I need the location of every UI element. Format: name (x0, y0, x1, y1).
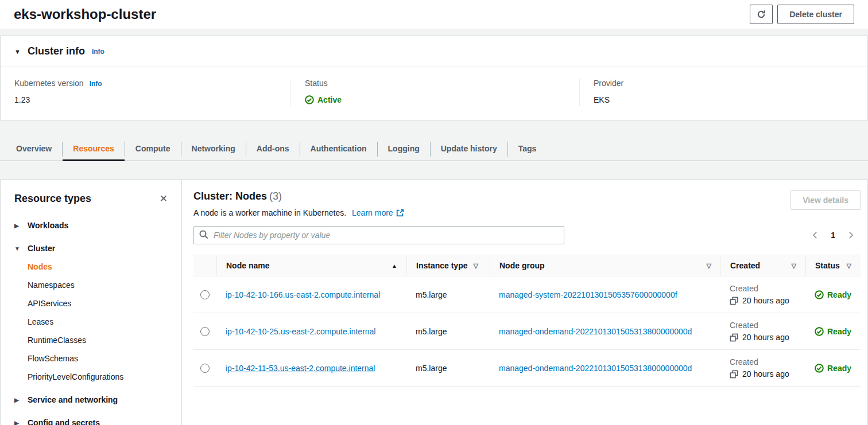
tab-authentication[interactable]: Authentication (300, 138, 377, 161)
tab-compute[interactable]: Compute (125, 138, 181, 161)
tab-networking[interactable]: Networking (181, 138, 246, 161)
copy-icon[interactable] (730, 297, 738, 305)
cluster-group-children: Nodes Namespaces APIServices Leases Runt… (28, 262, 168, 381)
nodes-title: Cluster: Nodes (193, 190, 267, 202)
learn-more-link[interactable]: Learn more (352, 208, 404, 217)
tree-item-leases[interactable]: Leases (28, 317, 168, 326)
nodes-table: Node name ▲ Instance type ▽ Node group ▽… (193, 255, 861, 387)
tab-logging[interactable]: Logging (378, 138, 430, 161)
sort-icon[interactable]: ▽ (707, 262, 711, 270)
node-group-link[interactable]: managed-ondemand-20221013015053138000000… (499, 364, 692, 373)
nodes-count: (3) (269, 190, 282, 202)
cluster-tabs: Overview Resources Compute Networking Ad… (0, 138, 868, 161)
resource-types-tree: ▶ Workloads ▼ Cluster Nodes Namespaces A… (14, 221, 168, 425)
tree-item-namespaces[interactable]: Namespaces (28, 280, 168, 290)
tree-item-nodes[interactable]: Nodes (28, 262, 168, 271)
provider-label: Provider (594, 79, 623, 88)
tree-item-apiservices[interactable]: APIServices (28, 299, 168, 308)
tab-overview[interactable]: Overview (6, 138, 62, 161)
tree-group-label: Config and secrets (28, 418, 100, 425)
tree-item-flowschemas[interactable]: FlowSchemas (28, 354, 168, 363)
tree-item-runtimeclasses[interactable]: RuntimeClasses (28, 336, 168, 345)
next-page-icon[interactable] (847, 231, 855, 239)
page-header: eks-workshop-cluster Delete cluster (0, 0, 868, 29)
created-value: 20 hours ago (742, 333, 789, 342)
delete-cluster-button[interactable]: Delete cluster (777, 5, 854, 24)
provider-value: EKS (594, 95, 854, 104)
kubernetes-version-value: 1.23 (14, 95, 277, 104)
column-header-created[interactable]: Created ▽ (720, 255, 805, 276)
row-radio-button[interactable] (200, 290, 210, 299)
select-all-column-header (193, 255, 216, 276)
created-label: Created (730, 284, 758, 293)
learn-more-label: Learn more (352, 208, 393, 217)
resource-types-sidebar: Resource types ✕ ▶ Workloads ▼ Cluster N… (1, 180, 182, 425)
status-field: Status Active (290, 79, 579, 106)
sort-ascending-icon[interactable]: ▲ (392, 263, 397, 269)
node-name-link[interactable]: ip-10-42-10-166.us-east-2.compute.intern… (226, 290, 380, 299)
check-circle-icon (815, 364, 824, 373)
chevron-right-icon: ▶ (14, 397, 20, 403)
created-label: Created (730, 321, 758, 330)
status-value: Active (317, 95, 342, 104)
sort-icon[interactable]: ▽ (473, 262, 478, 270)
close-icon[interactable]: ✕ (160, 194, 168, 204)
copy-icon[interactable] (730, 333, 738, 342)
tree-group-label: Cluster (28, 244, 55, 253)
tree-group-label: Service and networking (28, 395, 118, 404)
kubernetes-version-field: Kubernetes version Info 1.23 (1, 79, 290, 106)
sort-icon[interactable]: ▽ (792, 262, 796, 270)
tab-update-history[interactable]: Update history (431, 138, 507, 161)
copy-icon[interactable] (730, 370, 738, 379)
sort-icon[interactable]: ▽ (847, 262, 851, 270)
tree-group-config-and-secrets[interactable]: ▶ Config and secrets (14, 418, 168, 425)
status-value: Ready (827, 327, 851, 336)
node-group-link[interactable]: managed-ondemand-20221013015053138000000… (499, 327, 692, 336)
filter-nodes-input[interactable] (193, 226, 564, 244)
status-badge: Ready (815, 364, 851, 373)
column-label: Instance type (416, 261, 467, 270)
current-page-number[interactable]: 1 (831, 231, 835, 240)
check-circle-icon (305, 95, 314, 104)
column-label: Created (730, 261, 760, 270)
table-header-row: Node name ▲ Instance type ▽ Node group ▽… (193, 255, 861, 276)
tab-tags[interactable]: Tags (508, 138, 547, 161)
status-value: Ready (827, 364, 851, 373)
column-header-instance-type[interactable]: Instance type ▽ (406, 255, 490, 276)
nodes-description: A node is a worker machine in Kubernetes… (193, 208, 346, 217)
node-name-link[interactable]: ip-10-42-10-25.us-east-2.compute.interna… (226, 327, 375, 336)
cluster-info-header[interactable]: ▼ Cluster info Info (1, 36, 867, 67)
column-header-node-name[interactable]: Node name ▲ (216, 255, 406, 276)
node-group-link[interactable]: managed-system-2022101301505357600000000… (499, 290, 677, 299)
column-label: Node group (499, 261, 545, 270)
kubernetes-version-info-link[interactable]: Info (90, 80, 102, 88)
check-circle-icon (815, 327, 824, 336)
tree-group-label: Workloads (28, 221, 68, 230)
tab-add-ons[interactable]: Add-ons (246, 138, 300, 161)
chevron-right-icon: ▶ (14, 223, 20, 229)
tree-group-cluster[interactable]: ▼ Cluster (14, 244, 168, 253)
status-label: Status (305, 79, 328, 88)
status-badge: Ready (815, 290, 851, 299)
column-header-node-group[interactable]: Node group ▽ (490, 255, 720, 276)
cluster-info-title: Cluster info (28, 45, 85, 57)
refresh-button[interactable] (750, 5, 773, 24)
tree-group-service-and-networking[interactable]: ▶ Service and networking (14, 395, 168, 404)
row-radio-button[interactable] (200, 364, 210, 373)
column-header-status[interactable]: Status ▽ (805, 255, 861, 276)
row-radio-button[interactable] (200, 327, 210, 336)
tree-group-workloads[interactable]: ▶ Workloads (14, 221, 168, 230)
cluster-info-info-link[interactable]: Info (92, 48, 104, 56)
nodes-section: Cluster: Nodes (3) A node is a worker ma… (182, 180, 867, 425)
tree-item-prioritylevelconfigurations[interactable]: PriorityLevelConfigurations (28, 372, 168, 381)
kubernetes-version-label: Kubernetes version (14, 79, 84, 88)
created-value: 20 hours ago (742, 369, 789, 379)
cluster-info-body: Kubernetes version Info 1.23 Status Acti… (1, 67, 867, 120)
status-badge: Ready (815, 327, 851, 336)
previous-page-icon[interactable] (811, 231, 819, 239)
node-name-link[interactable]: ip-10-42-11-53.us-east-2.compute.interna… (226, 364, 375, 373)
view-details-button[interactable]: View details (790, 190, 861, 210)
tab-resources[interactable]: Resources (63, 138, 125, 161)
external-link-icon (396, 209, 404, 217)
status-value: Ready (827, 290, 851, 299)
